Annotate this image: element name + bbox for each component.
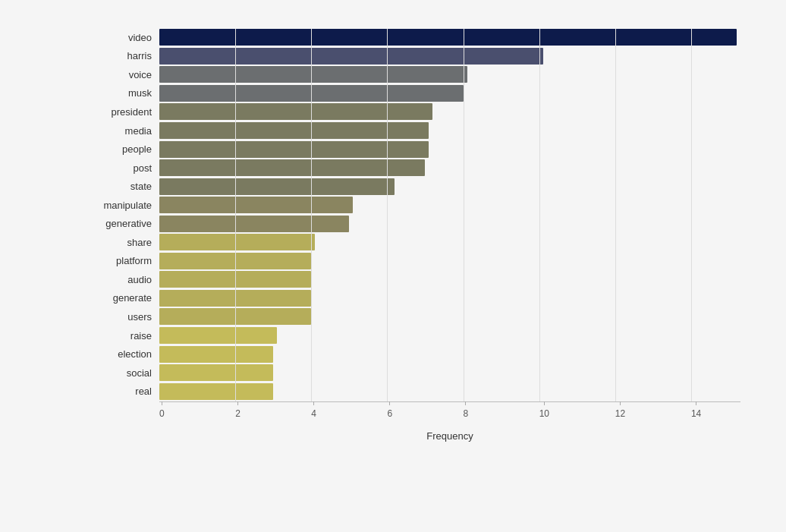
bar-row: platform	[83, 253, 740, 270]
bar-fill	[159, 234, 315, 250]
x-tick-label: 14	[691, 408, 701, 419]
bar-row: post	[83, 159, 740, 177]
bar-row: voice	[83, 66, 740, 83]
bar-fill	[159, 216, 349, 232]
x-tick-label: 12	[615, 408, 625, 419]
bar-fill	[159, 271, 311, 288]
bar-label: generative	[83, 218, 159, 229]
bar-row: generative	[83, 215, 740, 232]
bar-label: social	[83, 367, 159, 379]
bar-row: election	[83, 345, 740, 363]
bar-fill	[159, 327, 277, 344]
x-axis-title: Frequency	[159, 430, 740, 442]
bar-label: election	[83, 348, 159, 360]
bar-row: harris	[83, 48, 740, 65]
bar-label: video	[83, 32, 159, 43]
x-tick-label: 10	[539, 408, 549, 419]
bar-label: share	[83, 237, 159, 248]
bar-fill	[159, 48, 543, 65]
bar-label: generate	[83, 292, 159, 304]
x-tick-label: 4	[311, 408, 316, 419]
bar-fill	[159, 253, 311, 269]
chart-container: videoharrisvoicemuskpresidentmediapeople…	[0, 0, 786, 532]
bar-row: state	[83, 178, 740, 195]
bar-fill	[159, 364, 273, 381]
bar-fill	[159, 85, 464, 102]
bar-row: audio	[83, 271, 740, 288]
bar-fill	[159, 122, 429, 139]
x-tick: 14	[691, 401, 701, 419]
bar-row: generate	[83, 290, 740, 307]
bar-row: musk	[83, 85, 740, 102]
bar-label: real	[83, 386, 159, 397]
bar-fill	[159, 178, 395, 195]
x-tick: 6	[387, 401, 392, 419]
bar-label: raise	[83, 330, 159, 342]
bar-label: users	[83, 311, 159, 323]
bar-row: real	[83, 382, 740, 400]
bar-row: president	[83, 103, 740, 121]
x-tick: 2	[235, 401, 241, 419]
bar-fill	[159, 346, 273, 363]
bar-fill	[159, 141, 429, 158]
bar-label: state	[83, 181, 159, 192]
bar-label: people	[83, 143, 159, 155]
bar-fill	[159, 66, 467, 83]
bar-label: platform	[83, 255, 159, 266]
x-tick-label: 0	[159, 408, 165, 419]
x-tick: 8	[464, 401, 469, 419]
bar-row: people	[83, 140, 740, 158]
bar-row: video	[83, 29, 740, 46]
x-tick: 10	[539, 401, 549, 419]
bar-row: media	[83, 122, 740, 140]
bar-label: audio	[83, 274, 159, 285]
x-tick-label: 8	[464, 408, 469, 419]
bar-label: post	[83, 162, 159, 174]
bar-fill	[159, 308, 311, 325]
bar-label: media	[83, 125, 159, 137]
bar-fill	[159, 290, 311, 307]
bar-fill	[159, 29, 737, 46]
bar-row: raise	[83, 327, 740, 345]
bar-row: users	[83, 308, 740, 326]
bar-fill	[159, 159, 425, 176]
x-tick-label: 2	[235, 408, 241, 419]
bar-fill	[159, 197, 353, 213]
bar-row: social	[83, 364, 740, 382]
bar-label: harris	[83, 50, 159, 61]
bar-label: manipulate	[83, 200, 159, 211]
bar-fill	[159, 383, 273, 400]
bar-fill	[159, 103, 432, 120]
bar-label: president	[83, 106, 159, 118]
bar-row: share	[83, 234, 740, 251]
bar-label: voice	[83, 69, 159, 80]
bar-label: musk	[83, 87, 159, 99]
x-tick-label: 6	[387, 408, 392, 419]
x-tick: 0	[159, 401, 165, 419]
bar-row: manipulate	[83, 197, 740, 214]
x-tick: 12	[615, 401, 625, 419]
x-tick: 4	[311, 401, 316, 419]
